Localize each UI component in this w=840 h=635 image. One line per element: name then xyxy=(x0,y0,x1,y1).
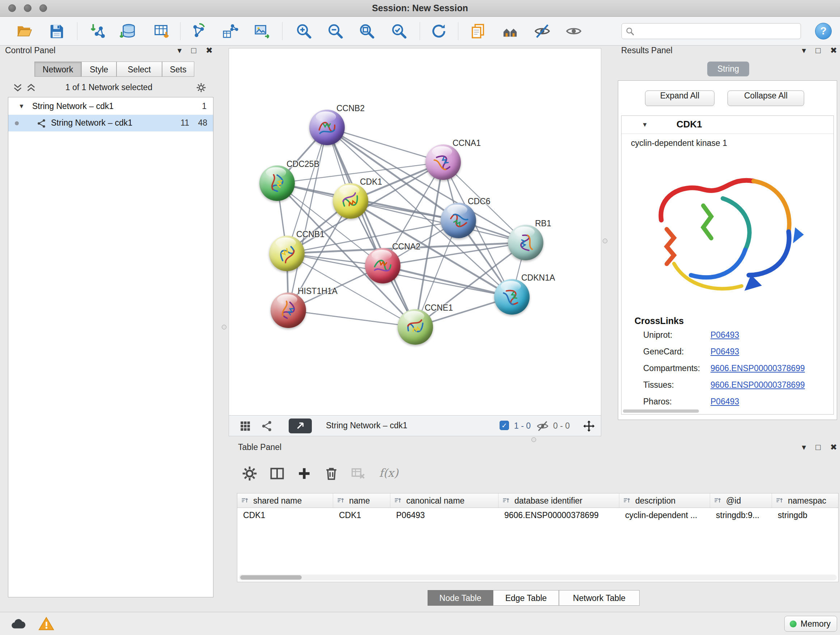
network-edge[interactable] xyxy=(288,310,415,327)
vertical-splitter-handle[interactable] xyxy=(603,239,607,243)
add-column-plus-icon[interactable] xyxy=(296,466,312,481)
string-tab-badge[interactable]: String xyxy=(707,62,749,76)
crosslink-link[interactable]: P06493 xyxy=(711,347,739,356)
network-node-ccnb2[interactable] xyxy=(309,110,345,145)
network-node-ccne1[interactable] xyxy=(398,309,433,345)
network-row-label: String Network – cdk1 xyxy=(51,118,133,128)
open-session-icon[interactable] xyxy=(16,23,33,40)
vertical-splitter-handle[interactable] xyxy=(222,325,226,329)
tab-select[interactable]: Select xyxy=(117,62,162,77)
table-horizontal-scrollbar[interactable] xyxy=(239,575,837,580)
network-edge[interactable] xyxy=(288,127,327,310)
panel-float-icon[interactable]: □ xyxy=(815,442,821,452)
zoom-fit-icon[interactable] xyxy=(358,23,375,40)
network-collection-row[interactable]: ▼ String Network – cdk1 1 xyxy=(8,98,213,115)
panel-float-icon[interactable]: □ xyxy=(815,46,821,55)
network-canvas[interactable]: CCNB2 CCNA1 CDC25B CDK1 CDC6 RB1 CCNB1 C… xyxy=(229,48,601,416)
string-share-icon[interactable] xyxy=(261,420,273,432)
panel-close-icon[interactable]: ✖ xyxy=(206,46,213,55)
panel-collapse-icon[interactable]: ▾ xyxy=(802,442,806,452)
tab-node-table[interactable]: Node Table xyxy=(428,590,493,606)
column-header[interactable]: canonical name xyxy=(390,494,499,508)
refresh-icon[interactable] xyxy=(431,23,447,40)
network-node-ccna1[interactable] xyxy=(425,144,461,180)
help-button[interactable]: ? xyxy=(815,23,832,40)
network-node-cdkn1a[interactable] xyxy=(494,279,530,315)
import-network-database-icon[interactable] xyxy=(120,23,136,40)
table-panel-header: Table Panel ▾ □ ✖ xyxy=(234,442,840,456)
zoom-out-icon[interactable] xyxy=(327,23,344,40)
crosslink-link[interactable]: 9606.ENSP00000378699 xyxy=(711,363,805,373)
horizontal-splitter-handle[interactable] xyxy=(531,437,536,442)
expand-all-button[interactable]: Expand All xyxy=(645,90,714,106)
network-edge[interactable] xyxy=(327,127,415,327)
warning-icon[interactable] xyxy=(38,616,54,632)
expander-triangle-icon[interactable]: ▼ xyxy=(19,103,25,110)
expander-triangle-icon[interactable]: ▼ xyxy=(642,121,648,128)
column-header[interactable]: name xyxy=(333,494,390,508)
panel-collapse-icon[interactable]: ▾ xyxy=(802,46,806,55)
open-in-new-window-button[interactable] xyxy=(289,418,312,433)
gear-icon[interactable] xyxy=(196,82,206,93)
search-input[interactable] xyxy=(638,24,798,38)
tab-sets[interactable]: Sets xyxy=(162,62,194,77)
column-header[interactable]: shared name xyxy=(237,494,333,508)
import-table-icon[interactable] xyxy=(153,23,170,40)
export-image-icon[interactable] xyxy=(254,23,270,40)
tab-network-table[interactable]: Network Table xyxy=(559,590,639,606)
panel-close-icon[interactable]: ✖ xyxy=(830,46,837,55)
column-header[interactable]: database identifier xyxy=(499,494,619,508)
network-row-selected[interactable]: String Network – cdk1 11 48 xyxy=(8,115,213,131)
tab-network[interactable]: Network xyxy=(34,62,81,77)
crosslink-label: Pharos: xyxy=(643,397,672,407)
network-node-rb1[interactable] xyxy=(508,225,543,260)
control-panel-title: Control Panel xyxy=(5,46,55,55)
network-node-ccnb1[interactable] xyxy=(269,236,305,271)
scrollbar-thumb[interactable] xyxy=(240,575,302,580)
memory-button[interactable]: Memory xyxy=(784,616,837,632)
show-all-eye-icon[interactable] xyxy=(565,23,582,40)
gene-section-header[interactable]: ▼ CDK1 xyxy=(622,116,834,134)
crosslink-link[interactable]: P06493 xyxy=(711,397,739,407)
pan-crosshair-icon[interactable] xyxy=(583,420,595,432)
tab-edge-table[interactable]: Edge Table xyxy=(493,590,559,606)
network-from-table-icon[interactable] xyxy=(222,23,239,40)
selected-checkbox-icon[interactable]: ✓ xyxy=(500,421,509,430)
hide-selected-eye-crossed-icon[interactable] xyxy=(534,23,551,40)
network-edge[interactable] xyxy=(327,127,443,162)
table-settings-gear-icon[interactable] xyxy=(242,466,257,481)
network-node-cdc6[interactable] xyxy=(441,203,476,238)
document-copy-icon[interactable] xyxy=(470,23,486,40)
import-network-file-icon[interactable] xyxy=(90,23,106,40)
network-node-hist1h1a[interactable] xyxy=(271,293,306,328)
zoom-in-icon[interactable] xyxy=(295,23,312,40)
table-row[interactable]: CDK1 CDK1 P06493 9606.ENSP00000378699 cy… xyxy=(237,508,838,523)
memory-status-dot xyxy=(790,621,797,627)
save-session-icon[interactable] xyxy=(49,23,65,40)
gene-section: ▼ CDK1 cyclin-dependent kinase 1 CrossLi… xyxy=(621,116,834,415)
crosslink-link[interactable]: P06493 xyxy=(711,330,739,340)
panel-collapse-icon[interactable]: ▾ xyxy=(177,46,182,55)
zoom-selected-icon[interactable] xyxy=(391,23,407,40)
houses-icon[interactable] xyxy=(502,23,519,40)
column-header[interactable]: @id xyxy=(710,494,772,508)
collapse-all-button[interactable]: Collapse All xyxy=(728,90,804,106)
network-node-cdc25b[interactable] xyxy=(259,165,295,201)
panel-close-icon[interactable]: ✖ xyxy=(830,442,837,452)
tab-style[interactable]: Style xyxy=(81,62,117,77)
crosslink-link[interactable]: 9606.ENSP00000378699 xyxy=(711,380,805,390)
delete-column-trash-icon[interactable] xyxy=(324,466,339,481)
function-builder-icon[interactable]: f(x) xyxy=(379,466,398,479)
network-node-ccna2[interactable] xyxy=(365,248,401,283)
hidden-eye-crossed-icon[interactable] xyxy=(537,420,549,432)
column-header[interactable]: namespac xyxy=(772,494,838,508)
section-scrollbar[interactable] xyxy=(623,409,699,413)
panel-float-icon[interactable]: □ xyxy=(191,46,196,55)
new-network-icon[interactable] xyxy=(190,23,207,40)
cloud-icon[interactable] xyxy=(10,616,26,632)
grid-view-icon[interactable] xyxy=(239,420,251,432)
search-field[interactable] xyxy=(622,23,801,39)
show-columns-icon[interactable] xyxy=(269,466,285,481)
column-header[interactable]: description xyxy=(619,494,710,508)
network-node-cdk1[interactable] xyxy=(333,183,368,219)
